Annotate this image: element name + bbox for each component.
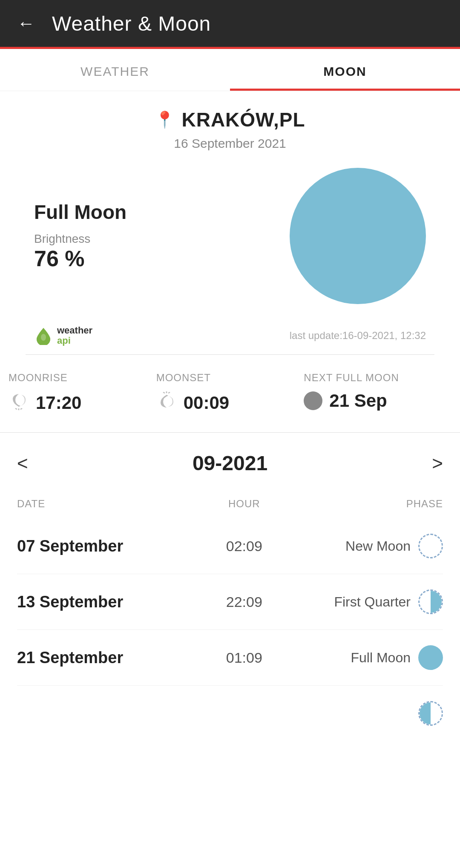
brightness-label: Brightness <box>34 232 126 246</box>
tab-weather[interactable]: WEATHER <box>0 49 230 91</box>
last-update-text: last update:16-09-2021, 12:32 <box>290 330 426 342</box>
row-phase-name: First Quarter <box>334 594 411 610</box>
col-header-date: DATE <box>17 498 187 510</box>
moon-circle-display <box>290 168 426 304</box>
phase-table-header: DATE HOUR PHASE <box>17 494 443 518</box>
api-footer: weather api last update:16-09-2021, 12:3… <box>26 317 434 355</box>
page-title: Weather & Moon <box>52 12 211 35</box>
weather-text-weather: weather <box>57 325 92 336</box>
new-moon-icon <box>418 534 443 558</box>
moonrise-stat: MOONRISE 17:20 <box>9 372 156 415</box>
first-quarter-moon-icon <box>418 589 443 614</box>
row-date: 21 September <box>17 649 187 667</box>
weather-text-api: api <box>57 336 92 346</box>
col-header-hour: HOUR <box>187 498 301 510</box>
row-hour: 02:09 <box>187 538 301 555</box>
next-full-moon-label: NEXT FULL MOON <box>304 372 451 384</box>
moonrise-label: MOONRISE <box>9 372 156 384</box>
location-name: KRAKÓW,PL <box>181 108 305 131</box>
moonset-icon <box>156 391 177 415</box>
location-pin-icon: 📍 <box>155 110 175 129</box>
moon-stats-row: MOONRISE 17:20 MOONSET <box>0 355 460 433</box>
moonrise-value-row: 17:20 <box>9 391 156 415</box>
row-phase-right: New Moon <box>301 534 443 558</box>
weather-api-drop-icon <box>34 326 53 345</box>
brightness-value: 76 % <box>34 246 126 271</box>
table-row: 07 September 02:09 New Moon <box>17 518 443 574</box>
row-phase-name: New Moon <box>345 538 411 554</box>
current-month-title: 09-2021 <box>193 451 267 475</box>
location-date: 16 September 2021 <box>26 136 434 151</box>
month-navigation: < 09-2021 > <box>0 433 460 494</box>
next-full-moon-value: 21 Sep <box>329 391 387 411</box>
main-content: 📍 KRAKÓW,PL 16 September 2021 Full Moon … <box>0 91 460 355</box>
row-phase-right <box>301 701 443 726</box>
moonrise-value: 17:20 <box>36 393 81 413</box>
moon-phase-name: Full Moon <box>34 201 126 224</box>
row-hour: 01:09 <box>187 650 301 666</box>
row-date: 13 September <box>17 593 187 611</box>
svg-line-6 <box>168 392 170 393</box>
last-quarter-moon-icon <box>418 701 443 726</box>
table-row: 21 September 01:09 Full Moon <box>17 630 443 686</box>
row-date: 07 September <box>17 537 187 555</box>
app-header: ← Weather & Moon <box>0 0 460 47</box>
svg-line-5 <box>163 392 165 393</box>
next-full-moon-value-row: 21 Sep <box>304 391 451 411</box>
tab-moon[interactable]: MOON <box>230 49 460 91</box>
weather-api-text: weather api <box>57 325 92 346</box>
prev-month-button[interactable]: < <box>17 453 28 474</box>
moonset-stat: MOONSET 00:09 <box>156 372 304 415</box>
row-hour: 22:09 <box>187 594 301 610</box>
moonset-value: 00:09 <box>184 393 229 413</box>
svg-line-2 <box>15 408 17 409</box>
moonrise-icon <box>9 391 29 415</box>
full-moon-icon <box>418 645 443 670</box>
table-row <box>17 686 443 730</box>
svg-line-3 <box>20 408 22 409</box>
back-button[interactable]: ← <box>17 13 35 34</box>
table-row: 13 September 22:09 First Quarter <box>17 574 443 630</box>
location-row: 📍 KRAKÓW,PL <box>26 108 434 131</box>
next-month-button[interactable]: > <box>432 453 443 474</box>
svg-point-0 <box>41 334 46 341</box>
row-phase-right: First Quarter <box>301 589 443 614</box>
next-full-moon-stat: NEXT FULL MOON 21 Sep <box>304 372 451 415</box>
phase-table: DATE HOUR PHASE 07 September 02:09 New M… <box>0 494 460 730</box>
moon-phase-section: Full Moon Brightness 76 % <box>26 168 434 317</box>
row-phase-name: Full Moon <box>351 650 411 666</box>
weather-api-logo: weather api <box>34 325 92 346</box>
row-phase-right: Full Moon <box>301 645 443 670</box>
full-moon-dot-icon <box>304 391 322 410</box>
moonset-label: MOONSET <box>156 372 304 384</box>
moonset-value-row: 00:09 <box>156 391 304 415</box>
moon-info: Full Moon Brightness 76 % <box>34 201 126 271</box>
tab-bar: WEATHER MOON <box>0 49 460 91</box>
col-header-phase: PHASE <box>301 498 443 510</box>
